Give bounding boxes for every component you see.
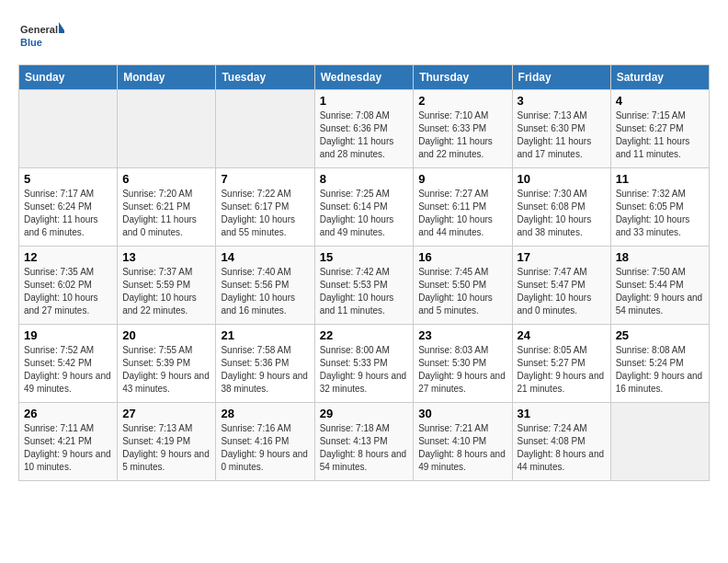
calendar-cell: 25Sunrise: 8:08 AMSunset: 5:24 PMDayligh…	[610, 325, 709, 403]
day-number: 7	[221, 172, 309, 186]
day-number: 15	[320, 250, 409, 264]
day-number: 17	[518, 250, 606, 264]
day-number: 13	[122, 250, 210, 264]
page-header: General Blue	[18, 18, 710, 55]
svg-marker-2	[59, 22, 64, 33]
calendar-cell: 21Sunrise: 7:58 AMSunset: 5:36 PMDayligh…	[216, 325, 314, 403]
day-number: 18	[616, 250, 704, 264]
day-header-saturday: Saturday	[610, 65, 709, 90]
calendar-week-row: 5Sunrise: 7:17 AMSunset: 6:24 PMDaylight…	[19, 168, 710, 247]
calendar-cell: 14Sunrise: 7:40 AMSunset: 5:56 PMDayligh…	[216, 247, 314, 325]
day-header-tuesday: Tuesday	[216, 65, 314, 90]
calendar-cell	[610, 403, 709, 481]
cell-info: Sunrise: 7:42 AMSunset: 5:53 PMDaylight:…	[320, 266, 409, 317]
cell-info: Sunrise: 7:18 AMSunset: 4:13 PMDaylight:…	[320, 422, 409, 474]
calendar-cell: 1Sunrise: 7:08 AMSunset: 6:36 PMDaylight…	[314, 90, 414, 168]
svg-text:General: General	[20, 24, 58, 35]
day-number: 2	[418, 94, 506, 108]
day-header-monday: Monday	[118, 65, 216, 90]
logo: General Blue	[18, 18, 64, 55]
calendar-week-row: 1Sunrise: 7:08 AMSunset: 6:36 PMDaylight…	[19, 90, 710, 168]
calendar-cell: 17Sunrise: 7:47 AMSunset: 5:47 PMDayligh…	[512, 247, 610, 325]
day-header-thursday: Thursday	[414, 65, 512, 90]
day-number: 29	[320, 407, 409, 420]
calendar-cell: 6Sunrise: 7:20 AMSunset: 6:21 PMDaylight…	[118, 168, 216, 247]
calendar-week-row: 26Sunrise: 7:11 AMSunset: 4:21 PMDayligh…	[19, 403, 710, 481]
day-number: 19	[24, 328, 112, 342]
day-number: 28	[221, 407, 309, 420]
cell-info: Sunrise: 7:30 AMSunset: 6:08 PMDaylight:…	[518, 188, 606, 239]
calendar-cell: 13Sunrise: 7:37 AMSunset: 5:59 PMDayligh…	[118, 247, 216, 325]
day-number: 5	[24, 172, 112, 186]
days-header-row: SundayMondayTuesdayWednesdayThursdayFrid…	[19, 65, 710, 90]
calendar-cell: 2Sunrise: 7:10 AMSunset: 6:33 PMDaylight…	[414, 90, 512, 168]
calendar-cell: 31Sunrise: 7:24 AMSunset: 4:08 PMDayligh…	[512, 403, 610, 481]
calendar-week-row: 19Sunrise: 7:52 AMSunset: 5:42 PMDayligh…	[19, 325, 710, 403]
calendar-cell: 24Sunrise: 8:05 AMSunset: 5:27 PMDayligh…	[512, 325, 610, 403]
calendar-cell: 12Sunrise: 7:35 AMSunset: 6:02 PMDayligh…	[19, 247, 118, 325]
cell-info: Sunrise: 7:21 AMSunset: 4:10 PMDaylight:…	[418, 422, 506, 474]
cell-info: Sunrise: 7:16 AMSunset: 4:16 PMDaylight:…	[221, 422, 309, 474]
cell-info: Sunrise: 7:10 AMSunset: 6:33 PMDaylight:…	[418, 109, 506, 161]
day-number: 8	[320, 172, 409, 186]
calendar-cell: 8Sunrise: 7:25 AMSunset: 6:14 PMDaylight…	[314, 168, 414, 247]
calendar-cell	[216, 90, 314, 168]
calendar-cell: 7Sunrise: 7:22 AMSunset: 6:17 PMDaylight…	[216, 168, 314, 247]
calendar-cell: 10Sunrise: 7:30 AMSunset: 6:08 PMDayligh…	[512, 168, 610, 247]
day-number: 14	[221, 250, 309, 264]
day-number: 11	[616, 172, 704, 186]
calendar-cell	[118, 90, 216, 168]
cell-info: Sunrise: 7:55 AMSunset: 5:39 PMDaylight:…	[122, 344, 210, 396]
day-number: 25	[616, 328, 704, 342]
day-number: 30	[418, 407, 506, 420]
cell-info: Sunrise: 7:25 AMSunset: 6:14 PMDaylight:…	[320, 188, 409, 239]
day-number: 22	[320, 328, 409, 342]
calendar-cell: 23Sunrise: 8:03 AMSunset: 5:30 PMDayligh…	[414, 325, 512, 403]
calendar-cell: 20Sunrise: 7:55 AMSunset: 5:39 PMDayligh…	[118, 325, 216, 403]
day-number: 24	[518, 328, 606, 342]
cell-info: Sunrise: 7:27 AMSunset: 6:11 PMDaylight:…	[418, 188, 506, 239]
cell-info: Sunrise: 8:03 AMSunset: 5:30 PMDaylight:…	[418, 344, 506, 396]
day-number: 16	[418, 250, 506, 264]
calendar-cell: 18Sunrise: 7:50 AMSunset: 5:44 PMDayligh…	[610, 247, 709, 325]
calendar-week-row: 12Sunrise: 7:35 AMSunset: 6:02 PMDayligh…	[19, 247, 710, 325]
calendar-cell: 19Sunrise: 7:52 AMSunset: 5:42 PMDayligh…	[19, 325, 118, 403]
day-number: 23	[418, 328, 506, 342]
cell-info: Sunrise: 7:45 AMSunset: 5:50 PMDaylight:…	[418, 266, 506, 317]
cell-info: Sunrise: 8:05 AMSunset: 5:27 PMDaylight:…	[518, 344, 606, 396]
day-header-wednesday: Wednesday	[314, 65, 414, 90]
cell-info: Sunrise: 7:37 AMSunset: 5:59 PMDaylight:…	[122, 266, 210, 317]
calendar-cell: 15Sunrise: 7:42 AMSunset: 5:53 PMDayligh…	[314, 247, 414, 325]
cell-info: Sunrise: 7:40 AMSunset: 5:56 PMDaylight:…	[221, 266, 309, 317]
calendar-cell: 26Sunrise: 7:11 AMSunset: 4:21 PMDayligh…	[19, 403, 118, 481]
cell-info: Sunrise: 7:32 AMSunset: 6:05 PMDaylight:…	[616, 188, 704, 239]
calendar-cell: 28Sunrise: 7:16 AMSunset: 4:16 PMDayligh…	[216, 403, 314, 481]
calendar-cell	[19, 90, 118, 168]
day-number: 31	[518, 407, 606, 420]
calendar-cell: 16Sunrise: 7:45 AMSunset: 5:50 PMDayligh…	[414, 247, 512, 325]
cell-info: Sunrise: 7:52 AMSunset: 5:42 PMDaylight:…	[24, 344, 112, 396]
logo-svg: General Blue	[18, 18, 64, 55]
calendar-cell: 22Sunrise: 8:00 AMSunset: 5:33 PMDayligh…	[314, 325, 414, 403]
cell-info: Sunrise: 7:24 AMSunset: 4:08 PMDaylight:…	[518, 422, 606, 474]
day-number: 6	[122, 172, 210, 186]
day-header-sunday: Sunday	[19, 65, 118, 90]
day-number: 20	[122, 328, 210, 342]
cell-info: Sunrise: 8:08 AMSunset: 5:24 PMDaylight:…	[616, 344, 704, 396]
day-number: 10	[518, 172, 606, 186]
calendar-cell: 29Sunrise: 7:18 AMSunset: 4:13 PMDayligh…	[314, 403, 414, 481]
cell-info: Sunrise: 7:08 AMSunset: 6:36 PMDaylight:…	[320, 109, 409, 161]
calendar-cell: 5Sunrise: 7:17 AMSunset: 6:24 PMDaylight…	[19, 168, 118, 247]
day-number: 1	[320, 94, 409, 108]
day-number: 4	[616, 94, 704, 108]
calendar-cell: 4Sunrise: 7:15 AMSunset: 6:27 PMDaylight…	[610, 90, 709, 168]
day-number: 26	[24, 407, 112, 420]
day-header-friday: Friday	[512, 65, 610, 90]
day-number: 27	[122, 407, 210, 420]
cell-info: Sunrise: 7:58 AMSunset: 5:36 PMDaylight:…	[221, 344, 309, 396]
calendar-cell: 11Sunrise: 7:32 AMSunset: 6:05 PMDayligh…	[610, 168, 709, 247]
calendar-cell: 30Sunrise: 7:21 AMSunset: 4:10 PMDayligh…	[414, 403, 512, 481]
calendar-cell: 27Sunrise: 7:13 AMSunset: 4:19 PMDayligh…	[118, 403, 216, 481]
day-number: 21	[221, 328, 309, 342]
cell-info: Sunrise: 7:35 AMSunset: 6:02 PMDaylight:…	[24, 266, 112, 317]
